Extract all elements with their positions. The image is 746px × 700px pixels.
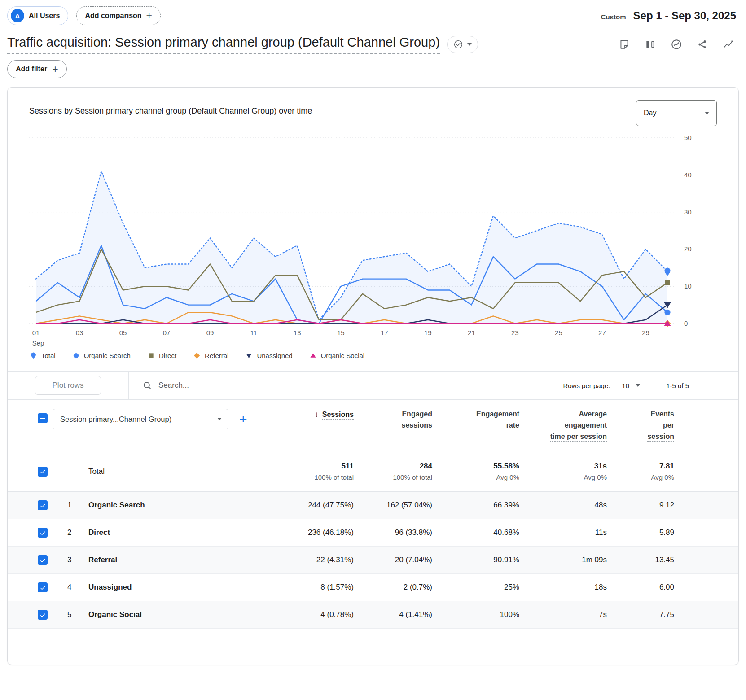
total-marker-icon — [30, 352, 37, 359]
svg-text:25: 25 — [555, 329, 562, 337]
svg-text:0: 0 — [684, 319, 688, 327]
engagement-rate-value: 66.39% — [493, 501, 519, 510]
avg-engagement-time-value: 7s — [599, 610, 607, 619]
column-header-engaged-sessions[interactable]: Engaged sessions — [390, 409, 432, 431]
legend-item-total[interactable]: Total — [30, 352, 56, 359]
search-icon — [142, 381, 152, 390]
channel-name: Organic Social — [79, 610, 280, 619]
svg-text:13: 13 — [294, 329, 301, 337]
column-header-events-per-session[interactable]: Events per session — [638, 409, 674, 442]
all-users-chip[interactable]: A All Users — [7, 6, 68, 25]
legend-item-organic-search[interactable]: Organic Search — [73, 352, 131, 359]
add-dimension-button[interactable]: + — [239, 412, 247, 426]
segment-avatar: A — [11, 9, 24, 22]
total-engaged-sessions: 284 100% of total — [393, 462, 432, 481]
dimension-cell: Session primary...Channel Group) + — [53, 409, 280, 429]
table-toolbar: Plot rows Rows per page: 10 1-5 of 5 — [8, 371, 738, 400]
table-row[interactable]: 4 Unassigned 8 (1.57%) 2 (0.7%) 25% 18s … — [8, 574, 738, 601]
legend-item-organic-social[interactable]: Organic Social — [310, 352, 365, 359]
dimension-select[interactable]: Session primary...Channel Group) — [53, 409, 228, 429]
row-index: 2 — [53, 528, 79, 537]
table-row[interactable]: 1 Organic Search 244 (47.75%) 162 (57.04… — [8, 492, 738, 519]
legend-label: Organic Social — [321, 352, 365, 359]
svg-text:50: 50 — [684, 134, 692, 141]
sessions-value: 4 (0.78%) — [320, 610, 354, 619]
column-header-engagement-rate[interactable]: Engagement rate — [462, 409, 519, 431]
row-checkbox[interactable] — [38, 528, 48, 538]
check-icon — [39, 468, 47, 475]
channel-name: Unassigned — [79, 583, 280, 592]
svg-text:27: 27 — [598, 329, 606, 337]
events-per-session-value: 13.45 — [655, 556, 674, 564]
legend-label: Referral — [205, 352, 228, 359]
legend-label: Total — [41, 352, 56, 359]
plus-icon: + — [146, 11, 152, 21]
chart-section: Sessions by Session primary channel grou… — [8, 88, 738, 371]
row-checkbox[interactable] — [38, 500, 48, 510]
rows-per-page-select[interactable]: 10 — [622, 382, 640, 389]
engagement-rate-value: 25% — [504, 583, 519, 592]
date-range-picker[interactable]: Custom Sep 1 - Sep 30, 2025 — [601, 9, 736, 22]
total-avg-engagement-time: 31s Avg 0% — [584, 462, 607, 481]
svg-text:09: 09 — [206, 329, 214, 337]
share-icon[interactable] — [697, 39, 708, 50]
avg-engagement-time-value: 1m 09s — [582, 556, 607, 564]
legend-item-unassigned[interactable]: Unassigned — [246, 352, 292, 359]
table-row[interactable]: 2 Direct 236 (46.18%) 96 (33.8%) 40.68% … — [8, 519, 738, 547]
engaged-sessions-value: 162 (57.04%) — [386, 501, 432, 510]
row-checkbox[interactable] — [38, 610, 48, 620]
total-label: Total — [79, 467, 280, 476]
sort-desc-icon: ↓ — [315, 410, 319, 419]
row-index: 3 — [53, 556, 79, 564]
table-total-row: Total 511 100% of total 284 100% of tota… — [8, 451, 738, 492]
events-per-session-value: 7.75 — [659, 610, 674, 619]
check-icon — [39, 556, 47, 564]
notes-icon[interactable] — [619, 39, 630, 50]
search-input[interactable] — [158, 381, 302, 390]
interval-select[interactable]: Day — [636, 100, 717, 126]
add-comparison-button[interactable]: Add comparison + — [76, 6, 161, 25]
caret-down-icon — [467, 43, 472, 46]
avg-engagement-time-value: 48s — [595, 501, 607, 510]
rows-per-page-value: 10 — [622, 382, 629, 389]
column-header-sessions[interactable]: ↓Sessions — [315, 409, 354, 420]
page-title[interactable]: Traffic acquisition: Session primary cha… — [7, 35, 440, 54]
total-sessions: 511 100% of total — [314, 462, 354, 481]
engaged-sessions-value: 96 (33.8%) — [395, 528, 432, 537]
channel-name: Direct — [79, 528, 280, 537]
sessions-value: 236 (46.18%) — [308, 528, 354, 537]
table-header-row: Session primary...Channel Group) + ↓Sess… — [8, 400, 738, 451]
check-icon — [39, 529, 47, 537]
svg-text:21: 21 — [468, 329, 475, 337]
legend-item-referral[interactable]: Referral — [193, 352, 228, 359]
column-header-avg-engagement-time[interactable]: Average engagement time per session — [549, 409, 607, 442]
legend-item-direct[interactable]: Direct — [148, 352, 176, 359]
insights-spark-icon[interactable] — [723, 39, 734, 50]
report-header: Traffic acquisition: Session primary cha… — [0, 29, 746, 55]
table-row[interactable]: 5 Organic Social 4 (0.78%) 4 (1.41%) 100… — [8, 601, 738, 629]
interval-select-value: Day — [644, 109, 656, 117]
row-checkbox[interactable] — [38, 582, 48, 592]
table-search — [129, 372, 563, 399]
legend-label: Direct — [159, 352, 176, 359]
svg-text:40: 40 — [684, 171, 692, 179]
add-filter-button[interactable]: Add filter + — [7, 60, 67, 78]
engaged-sessions-value: 2 (0.7%) — [404, 583, 432, 592]
svg-text:03: 03 — [76, 329, 83, 337]
row-checkbox[interactable] — [38, 555, 48, 565]
rows-per-page-label: Rows per page: — [563, 382, 610, 389]
compare-reports-icon[interactable] — [645, 39, 656, 50]
report-status-dropdown[interactable] — [447, 36, 478, 53]
pagination-range: 1-5 of 5 — [666, 382, 689, 389]
table-row[interactable]: 3 Referral 22 (4.31%) 20 (7.04%) 90.91% … — [8, 547, 738, 574]
svg-text:10: 10 — [684, 282, 692, 290]
row-checkbox[interactable] — [38, 467, 48, 477]
row-index: 5 — [53, 610, 79, 619]
plot-rows-button[interactable]: Plot rows — [35, 376, 101, 395]
insights-circle-icon[interactable] — [671, 39, 682, 50]
sessions-line-chart[interactable]: 0102030405001Sep030507091113151719212325… — [29, 127, 717, 349]
svg-text:20: 20 — [684, 245, 692, 253]
svg-text:11: 11 — [250, 329, 257, 337]
svg-text:23: 23 — [511, 329, 519, 337]
select-all-checkbox[interactable] — [38, 413, 48, 423]
